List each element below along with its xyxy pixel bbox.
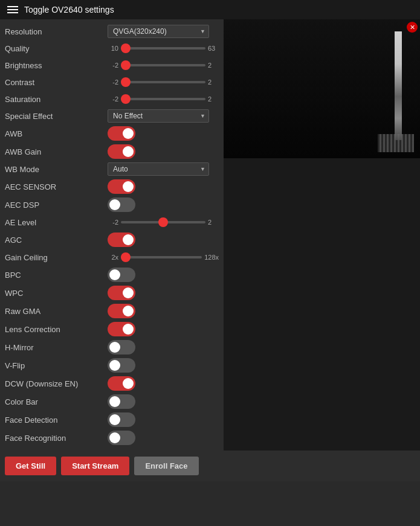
saturation-slider[interactable] [121,98,205,100]
brightness-label: Brightness [5,61,108,70]
aec-dsp-label: AEC DSP [5,200,108,210]
gain-ceiling-min: 2x [108,254,118,261]
awb-control [108,126,219,141]
menu-icon[interactable] [7,6,18,13]
special-effect-label: Special Effect [5,112,108,121]
ae-level-row: AE Level -2 2 [5,214,219,231]
contrast-slider[interactable] [121,81,205,83]
get-still-button[interactable]: Get Still [5,457,56,475]
awb-toggle[interactable] [108,126,135,141]
h-mirror-row: H-Mirror [5,338,219,356]
contrast-min: -2 [108,79,118,86]
saturation-control: -2 2 [108,95,219,103]
awb-gain-control [108,144,219,159]
aec-sensor-label: AEC SENSOR [5,182,108,191]
wb-mode-control: Auto Sunny Cloudy Office Home [108,162,219,176]
special-effect-select[interactable]: No Effect Negative Grayscale Red Tint Gr… [108,109,209,123]
gain-ceiling-control: 2x 128x [108,254,219,261]
aec-sensor-control [108,179,219,194]
brightness-slider[interactable] [121,64,205,66]
bottom-buttons-bar: Get Still Start Stream Enroll Face [0,451,420,481]
raw-gma-control [108,304,219,318]
special-effect-row: Special Effect No Effect Negative Graysc… [5,107,219,124]
aec-sensor-row: AEC SENSOR [5,178,219,196]
ae-level-label: AE Level [5,218,108,227]
face-recognition-row: Face Recognition [5,429,219,447]
quality-row: Quality 10 63 [5,40,219,57]
quality-slider[interactable] [121,47,205,50]
aec-sensor-toggle[interactable] [108,179,135,194]
ae-level-slider[interactable] [121,221,205,223]
dcw-label: DCW (Downsize EN) [5,379,108,388]
face-detection-control [108,412,219,427]
wb-mode-label: WB Mode [5,165,108,174]
resolution-control: QVGA(320x240) UXGA(1600x1200) SXGA(1280x… [108,25,219,38]
brightness-row: Brightness -2 2 [5,57,219,74]
bpc-toggle[interactable] [108,268,135,282]
quality-control: 10 63 [108,45,219,52]
h-mirror-control [108,340,219,354]
awb-row: AWB [5,124,219,143]
lens-correction-toggle[interactable] [108,322,135,336]
agc-row: AGC [5,231,219,249]
bpc-label: BPC [5,271,108,280]
face-recognition-toggle[interactable] [108,431,135,445]
aec-dsp-toggle[interactable] [108,197,135,212]
resolution-row: Resolution QVGA(320x240) UXGA(1600x1200)… [5,23,219,40]
app-header: Toggle OV2640 settings [0,0,420,19]
dcw-control [108,376,219,391]
quality-min: 10 [108,45,118,52]
v-flip-control [108,358,219,373]
start-stream-button[interactable]: Start Stream [61,457,129,475]
color-bar-toggle[interactable] [108,394,135,409]
v-flip-toggle[interactable] [108,358,135,373]
agc-label: AGC [5,236,108,245]
saturation-row: Saturation -2 2 [5,91,219,107]
color-bar-control [108,394,219,409]
contrast-max: 2 [208,79,219,86]
camera-preview: ✕ [224,19,420,158]
dcw-toggle[interactable] [108,376,135,391]
awb-gain-row: AWB Gain [5,143,219,161]
quality-label: Quality [5,44,108,53]
face-recognition-label: Face Recognition [5,434,108,443]
saturation-max: 2 [208,95,219,103]
resolution-select[interactable]: QVGA(320x240) UXGA(1600x1200) SXGA(1280x… [108,25,209,38]
brightness-min: -2 [108,62,118,69]
h-mirror-toggle[interactable] [108,340,135,354]
wpc-label: WPC [5,289,108,298]
color-bar-label: Color Bar [5,397,108,406]
main-layout: Resolution QVGA(320x240) UXGA(1600x1200)… [0,19,420,451]
resolution-label: Resolution [5,27,108,36]
raw-gma-row: Raw GMA [5,302,219,320]
wb-mode-select-wrapper: Auto Sunny Cloudy Office Home [108,162,209,176]
wb-mode-select[interactable]: Auto Sunny Cloudy Office Home [108,162,209,176]
agc-control [108,233,219,247]
lens-correction-label: Lens Correction [5,325,108,334]
brightness-control: -2 2 [108,62,219,69]
awb-label: AWB [5,129,108,138]
awb-gain-toggle[interactable] [108,144,135,159]
close-button[interactable]: ✕ [407,22,418,33]
raw-gma-label: Raw GMA [5,307,108,316]
raw-gma-toggle[interactable] [108,304,135,318]
face-detection-label: Face Detection [5,415,108,425]
contrast-label: Contrast [5,78,108,87]
settings-panel: Resolution QVGA(320x240) UXGA(1600x1200)… [0,19,224,451]
bpc-control [108,268,219,282]
resolution-select-wrapper: QVGA(320x240) UXGA(1600x1200) SXGA(1280x… [108,25,209,38]
v-flip-row: V-Flip [5,356,219,374]
contrast-control: -2 2 [108,79,219,86]
saturation-min: -2 [108,95,118,103]
agc-toggle[interactable] [108,233,135,247]
gain-ceiling-slider[interactable] [121,256,202,258]
aec-dsp-row: AEC DSP [5,196,219,214]
face-detection-toggle[interactable] [108,412,135,427]
special-effect-control: No Effect Negative Grayscale Red Tint Gr… [108,109,219,123]
enroll-face-button[interactable]: Enroll Face [134,457,198,475]
wpc-toggle[interactable] [108,286,135,300]
h-mirror-label: H-Mirror [5,343,108,352]
ae-level-max: 2 [208,219,219,226]
lens-correction-row: Lens Correction [5,320,219,338]
wpc-row: WPC [5,284,219,302]
